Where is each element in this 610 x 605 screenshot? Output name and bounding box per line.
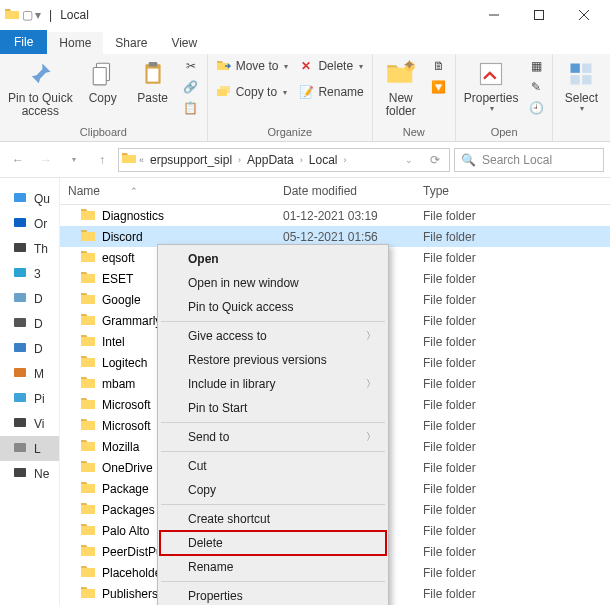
copy-to-button[interactable]: Copy to▾ xyxy=(212,82,293,102)
nav-label: Qu xyxy=(34,192,50,206)
file-date: 05-12-2021 01:56 xyxy=(275,228,415,246)
file-name: Microsoft xyxy=(102,419,151,433)
menu-restore-versions[interactable]: Restore previous versions xyxy=(160,348,386,372)
pin-icon xyxy=(24,58,56,90)
tab-home[interactable]: Home xyxy=(47,32,103,54)
tab-file[interactable]: File xyxy=(0,30,47,54)
select-button[interactable]: Select▾ xyxy=(557,56,605,116)
nav-label: D xyxy=(34,317,43,331)
navigation-pane[interactable]: QuOrTh3DDDMPiViLNe xyxy=(0,178,60,605)
qat-item[interactable]: ▾ xyxy=(35,8,41,22)
file-type: File folder xyxy=(415,585,610,603)
refresh-button[interactable]: ⟳ xyxy=(423,148,447,172)
menu-include-library[interactable]: Include in library〉 xyxy=(160,372,386,396)
paste-shortcut-button[interactable]: 📋 xyxy=(179,98,203,118)
menu-open[interactable]: Open xyxy=(160,247,386,271)
column-type[interactable]: Type xyxy=(415,178,610,204)
svg-rect-22 xyxy=(14,418,26,427)
up-button[interactable]: ↑ xyxy=(90,148,114,172)
path-icon: 🔗 xyxy=(183,79,199,95)
properties-icon xyxy=(475,58,507,90)
menu-properties[interactable]: Properties xyxy=(160,584,386,605)
maximize-button[interactable] xyxy=(516,1,561,29)
delete-button[interactable]: ✕Delete▾ xyxy=(294,56,367,76)
search-box[interactable]: 🔍 Search Local xyxy=(454,148,604,172)
svg-rect-0 xyxy=(534,11,543,20)
breadcrumb[interactable]: AppData xyxy=(243,153,298,167)
open-button[interactable]: ▦ xyxy=(524,56,548,76)
folder-icon xyxy=(80,438,96,455)
file-row[interactable]: Diagnostics01-12-2021 03:19File folder xyxy=(60,205,610,226)
address-bar[interactable]: « erpsupport_sipl› AppData› Local› ⌄ ⟳ xyxy=(118,148,450,172)
nav-icon xyxy=(12,289,28,308)
back-button[interactable]: ← xyxy=(6,148,30,172)
file-type: File folder xyxy=(415,522,610,540)
breadcrumb[interactable]: Local xyxy=(305,153,342,167)
qat-item[interactable]: ▢ xyxy=(22,8,33,22)
column-name[interactable]: Name⌃ xyxy=(60,178,275,204)
file-name: Placeholder xyxy=(102,566,165,580)
folder-icon xyxy=(80,249,96,266)
nav-item[interactable]: Vi xyxy=(0,411,59,436)
cut-button[interactable]: ✂ xyxy=(179,56,203,76)
menu-rename[interactable]: Rename xyxy=(160,555,386,579)
column-date[interactable]: Date modified xyxy=(275,178,415,204)
nav-item[interactable]: Qu xyxy=(0,186,59,211)
history-button[interactable]: 🕘 xyxy=(524,98,548,118)
file-name: eqsoft xyxy=(102,251,135,265)
file-type: File folder xyxy=(415,459,610,477)
nav-item[interactable]: L xyxy=(0,436,59,461)
forward-button[interactable]: → xyxy=(34,148,58,172)
chevron-right-icon: 〉 xyxy=(366,377,376,391)
nav-label: Pi xyxy=(34,392,45,406)
new-item-button[interactable]: 🗎 xyxy=(427,56,451,76)
menu-delete[interactable]: Delete xyxy=(160,531,386,555)
tab-share[interactable]: Share xyxy=(103,32,159,54)
nav-item[interactable]: D xyxy=(0,311,59,336)
tab-view[interactable]: View xyxy=(159,32,209,54)
menu-pin-quick-access[interactable]: Pin to Quick access xyxy=(160,295,386,319)
nav-label: L xyxy=(34,442,41,456)
copy-button[interactable]: Copy xyxy=(79,56,127,107)
menu-cut[interactable]: Cut xyxy=(160,454,386,478)
pin-to-quick-access-button[interactable]: Pin to Quick access xyxy=(4,56,77,120)
menu-give-access-to[interactable]: Give access to〉 xyxy=(160,324,386,348)
copy-label: Copy xyxy=(89,92,117,105)
search-icon: 🔍 xyxy=(461,153,476,167)
folder-icon xyxy=(80,354,96,371)
close-button[interactable] xyxy=(561,1,606,29)
nav-item[interactable]: D xyxy=(0,286,59,311)
nav-item[interactable]: Th xyxy=(0,236,59,261)
edit-button[interactable]: ✎ xyxy=(524,77,548,97)
nav-item[interactable]: Or xyxy=(0,211,59,236)
new-folder-button[interactable]: ✦ New folder xyxy=(377,56,425,120)
paste-button[interactable]: Paste xyxy=(129,56,177,107)
ribbon: Pin to Quick access Copy Paste ✂ 🔗 📋 Cli… xyxy=(0,54,610,142)
menu-copy[interactable]: Copy xyxy=(160,478,386,502)
nav-item[interactable]: Pi xyxy=(0,386,59,411)
menu-pin-start[interactable]: Pin to Start xyxy=(160,396,386,420)
menu-open-new-window[interactable]: Open in new window xyxy=(160,271,386,295)
breadcrumb[interactable]: erpsupport_sipl xyxy=(146,153,236,167)
properties-button[interactable]: Properties▾ xyxy=(460,56,523,116)
recent-button[interactable]: ▾ xyxy=(62,148,86,172)
folder-icon xyxy=(80,291,96,308)
move-to-button[interactable]: Move to▾ xyxy=(212,56,293,76)
menu-create-shortcut[interactable]: Create shortcut xyxy=(160,507,386,531)
nav-item[interactable]: M xyxy=(0,361,59,386)
group-label: Open xyxy=(460,124,549,140)
copy-path-button[interactable]: 🔗 xyxy=(179,77,203,97)
menu-send-to[interactable]: Send to〉 xyxy=(160,425,386,449)
folder-icon xyxy=(80,228,96,245)
easy-access-button[interactable]: 🔽 xyxy=(427,77,451,97)
rename-button[interactable]: 📝Rename xyxy=(294,82,367,102)
nav-item[interactable]: Ne xyxy=(0,461,59,486)
minimize-button[interactable] xyxy=(471,1,516,29)
select-icon xyxy=(565,58,597,90)
window-separator: | xyxy=(49,8,52,22)
nav-icon xyxy=(12,464,28,483)
nav-item[interactable]: D xyxy=(0,336,59,361)
address-dropdown[interactable]: ⌄ xyxy=(397,148,421,172)
nav-item[interactable]: 3 xyxy=(0,261,59,286)
svg-rect-24 xyxy=(14,468,26,477)
